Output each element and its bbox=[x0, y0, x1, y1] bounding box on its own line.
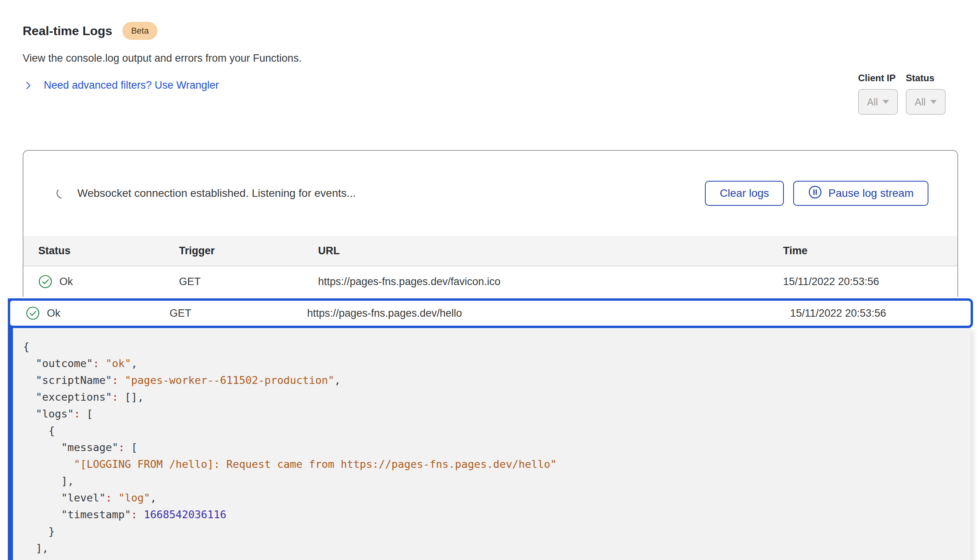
wrangler-filters-link[interactable]: Need advanced filters? Use Wrangler bbox=[23, 79, 219, 91]
row-status-cell: Ok bbox=[38, 275, 179, 289]
pause-log-stream-label: Pause log stream bbox=[828, 187, 914, 200]
ok-check-icon bbox=[38, 275, 52, 289]
page-title: Real-time Logs bbox=[23, 24, 112, 38]
row-status-cell: Ok bbox=[26, 306, 170, 320]
stream-status-bar: Websocket connection established. Listen… bbox=[23, 151, 957, 236]
status-filter-label: Status bbox=[906, 73, 946, 84]
page-header: Real-time Logs Beta View the console.log… bbox=[0, 0, 980, 91]
spinner-icon bbox=[55, 187, 69, 200]
row-trigger: GET bbox=[170, 307, 307, 319]
expanded-log-row[interactable]: Ok GET https://pages-fns.pages.dev/hello… bbox=[8, 298, 973, 328]
row-status-label: Ok bbox=[47, 307, 61, 319]
column-header-url: URL bbox=[318, 245, 783, 257]
row-url: https://pages-fns.pages.dev/hello bbox=[307, 307, 790, 319]
log-detail-json: { "outcome": "ok", "scriptName": "pages-… bbox=[23, 338, 959, 556]
caret-down-icon bbox=[930, 100, 937, 104]
column-header-trigger: Trigger bbox=[179, 245, 318, 257]
logs-card: Websocket connection established. Listen… bbox=[23, 150, 958, 297]
caret-down-icon bbox=[883, 100, 889, 104]
websocket-status-message: Websocket connection established. Listen… bbox=[77, 187, 356, 200]
beta-badge: Beta bbox=[122, 22, 157, 40]
row-status-label: Ok bbox=[59, 276, 73, 288]
status-filter-dropdown[interactable]: All bbox=[906, 89, 946, 115]
chevron-right-icon bbox=[23, 80, 34, 91]
expanded-log-entry: Ok GET https://pages-fns.pages.dev/hello… bbox=[8, 298, 973, 560]
pause-icon bbox=[808, 185, 822, 202]
client-ip-filter-label: Client IP bbox=[858, 73, 898, 84]
wrangler-link-label: Need advanced filters? Use Wrangler bbox=[44, 79, 219, 91]
column-header-time: Time bbox=[783, 245, 957, 257]
log-table-row[interactable]: Ok GET https://pages-fns.pages.dev/favic… bbox=[23, 266, 957, 297]
log-table-header: Status Trigger URL Time bbox=[23, 236, 957, 266]
pause-log-stream-button[interactable]: Pause log stream bbox=[793, 181, 928, 206]
row-time: 15/11/2022 20:53:56 bbox=[783, 276, 957, 288]
column-header-status: Status bbox=[38, 245, 179, 257]
clear-logs-label: Clear logs bbox=[720, 187, 769, 200]
log-detail-json-panel: { "outcome": "ok", "scriptName": "pages-… bbox=[13, 328, 971, 560]
clear-logs-button[interactable]: Clear logs bbox=[705, 181, 784, 206]
row-trigger: GET bbox=[179, 276, 318, 288]
client-ip-filter-dropdown[interactable]: All bbox=[858, 89, 898, 115]
filter-client-ip: Client IP All bbox=[858, 73, 898, 115]
filter-status: Status All bbox=[906, 73, 946, 115]
row-time: 15/11/2022 20:53:56 bbox=[790, 307, 971, 319]
page-description: View the console.log output and errors f… bbox=[23, 52, 957, 64]
title-row: Real-time Logs Beta bbox=[23, 22, 957, 40]
status-filter-value: All bbox=[915, 96, 926, 108]
client-ip-filter-value: All bbox=[867, 96, 878, 108]
ok-check-icon bbox=[26, 306, 40, 320]
log-filters: Client IP All Status All bbox=[858, 73, 946, 115]
row-url: https://pages-fns.pages.dev/favicon.ico bbox=[318, 276, 783, 288]
stream-buttons: Clear logs Pause log stream bbox=[705, 181, 928, 206]
